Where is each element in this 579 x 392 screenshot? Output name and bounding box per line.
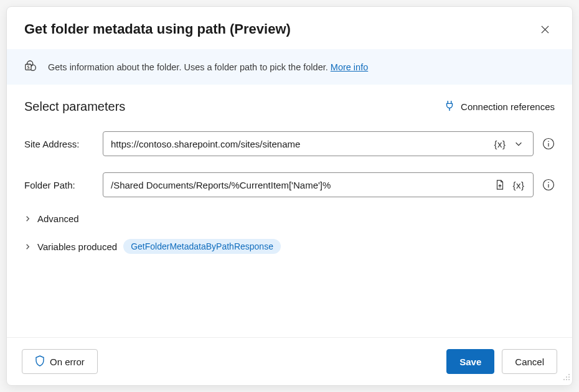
dialog-body: Select parameters Connection references … <box>7 85 572 337</box>
site-address-input-wrap: {x} <box>103 131 534 156</box>
info-banner-text: Gets information about the folder. Uses … <box>48 62 368 72</box>
variable-chip[interactable]: GetFolderMetadataByPathResponse <box>123 239 281 254</box>
folder-path-label: Folder Path: <box>24 180 94 190</box>
dialog-footer: On error Save Cancel <box>7 337 572 385</box>
section-title: Select parameters <box>24 100 125 114</box>
connection-references-button[interactable]: Connection references <box>445 100 555 113</box>
save-label: Save <box>459 357 481 367</box>
svg-point-20 <box>568 379 570 380</box>
variables-produced-label: Variables produced <box>37 241 117 252</box>
file-arrow-icon <box>494 179 506 190</box>
svg-text:S: S <box>27 65 29 70</box>
footer-buttons: Save Cancel <box>446 349 557 374</box>
section-header-row: Select parameters Connection references <box>24 100 555 114</box>
svg-point-13 <box>548 182 549 184</box>
chevron-right-icon <box>24 213 31 224</box>
param-row-folder-path: Folder Path: {x} <box>24 172 555 197</box>
sharepoint-icon: S <box>24 59 38 75</box>
cancel-button[interactable]: Cancel <box>502 349 557 374</box>
on-error-button[interactable]: On error <box>22 349 98 374</box>
svg-point-18 <box>563 379 565 380</box>
svg-point-17 <box>568 376 570 378</box>
plug-icon <box>445 100 454 113</box>
close-button[interactable] <box>535 19 555 39</box>
chevron-right-icon <box>24 241 31 252</box>
advanced-expander[interactable]: Advanced <box>24 213 555 224</box>
info-banner: S Gets information about the folder. Use… <box>7 49 572 85</box>
resize-grip-icon[interactable] <box>562 373 571 384</box>
file-picker-button[interactable] <box>491 175 509 194</box>
shield-icon <box>35 355 45 368</box>
dialog: Get folder metadata using path (Preview)… <box>6 6 573 386</box>
connection-references-label: Connection references <box>461 101 555 112</box>
info-icon-button[interactable] <box>542 179 555 191</box>
on-error-label: On error <box>50 357 85 367</box>
chevron-down-icon <box>514 139 523 148</box>
info-icon <box>542 138 555 150</box>
param-row-site-address: Site Address: {x} <box>24 131 555 156</box>
svg-point-10 <box>548 141 549 142</box>
svg-point-19 <box>566 379 567 380</box>
svg-point-15 <box>568 374 570 375</box>
svg-point-16 <box>566 376 567 378</box>
variables-produced-expander[interactable]: Variables produced GetFolderMetadataByPa… <box>24 239 555 254</box>
variable-token-button[interactable]: {x} <box>491 134 509 153</box>
advanced-label: Advanced <box>37 213 79 224</box>
dropdown-button[interactable] <box>509 134 528 153</box>
more-info-link[interactable]: More info <box>331 62 368 72</box>
folder-path-input-wrap: {x} <box>103 172 534 197</box>
dialog-header: Get folder metadata using path (Preview) <box>7 7 572 49</box>
site-address-input[interactable] <box>111 139 491 149</box>
cancel-label: Cancel <box>515 357 544 367</box>
site-address-label: Site Address: <box>24 139 94 149</box>
variable-token-button[interactable]: {x} <box>509 175 528 194</box>
close-icon <box>540 25 550 34</box>
save-button[interactable]: Save <box>446 349 494 374</box>
dialog-title: Get folder metadata using path (Preview) <box>24 21 291 37</box>
folder-path-input[interactable] <box>111 180 491 190</box>
info-icon-button[interactable] <box>542 138 555 150</box>
info-icon <box>542 179 555 191</box>
